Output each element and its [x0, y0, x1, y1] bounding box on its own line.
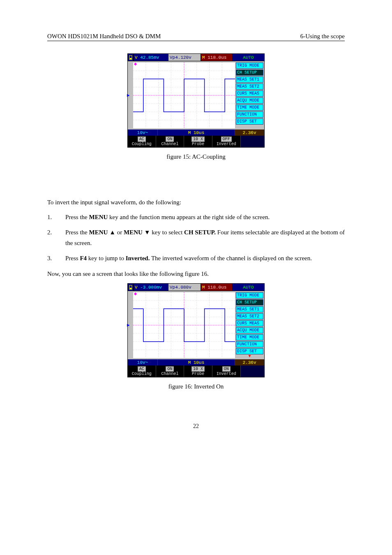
softkey-bar: AC Coupling ON Channel 10 X Probe ON Inv…: [128, 365, 264, 377]
softkey-probe[interactable]: 10 X Probe: [184, 365, 212, 377]
svg-rect-17: [130, 288, 131, 289]
softkey-inverted[interactable]: ON Inverted: [212, 365, 241, 377]
menu-acqu-mode[interactable]: ACQU MODE: [236, 327, 263, 333]
menu-time-mode[interactable]: TIME MODE: [236, 104, 263, 111]
menu-function[interactable]: FUNCTION: [236, 111, 263, 118]
function-menu: TRIG MODE CH SETUP MEAS SET1 MEAS SET2 C…: [235, 61, 264, 130]
menu-meas-set2[interactable]: MEAS SET2: [236, 313, 263, 319]
menu-acqu-mode[interactable]: ACQU MODE: [236, 97, 263, 104]
trigger-marker-icon: ◆: [134, 292, 137, 296]
waveform-display: ◆: [133, 292, 235, 358]
softkey-probe[interactable]: 10 X Probe: [184, 136, 212, 147]
softkey-empty: [241, 136, 264, 147]
menu-curs-meas[interactable]: CURS MEAS: [236, 320, 263, 326]
trig-level-readout: 2.36v: [235, 130, 264, 136]
menu-curs-meas[interactable]: CURS MEAS: [236, 90, 263, 97]
menu-trig-mode[interactable]: TRIG MODE: [236, 292, 263, 298]
menu-meas-set2[interactable]: MEAS SET2: [236, 83, 263, 90]
svg-rect-1: [130, 58, 131, 59]
menu-time-mode[interactable]: TIME MODE: [236, 334, 263, 340]
timebase-readout: M 10us: [158, 130, 235, 136]
softkey-channel[interactable]: ON Channel: [156, 136, 184, 147]
scope-screenshot-fig16: V -3.080mv Vp4.080v M 118.0us AUTO ▶ ◆: [127, 283, 265, 377]
channel-arrow-icon: ▶: [127, 323, 130, 328]
menu-disp-set[interactable]: DISP SET: [236, 118, 263, 125]
header-left: OWON HDS1021M Handheld DSO & DMM: [47, 33, 161, 40]
battery-icon: [128, 54, 134, 61]
timebase-readout: M 10us: [158, 359, 235, 365]
menu-trig-mode[interactable]: TRIG MODE: [236, 62, 263, 69]
battery-icon: [128, 284, 134, 291]
function-menu: TRIG MODE CH SETUP MEAS SET1 MEAS SET2 C…: [235, 291, 264, 359]
m-readout: M 118.0us: [201, 54, 233, 61]
softkey-channel[interactable]: ON Channel: [156, 365, 184, 377]
menu-disp-set[interactable]: DISP SET: [236, 348, 263, 354]
fig15-caption: figure 15: AC-Coupling: [47, 153, 345, 160]
outro-paragraph: Now, you can see a screen that looks lik…: [47, 269, 345, 280]
menu-meas-set1[interactable]: MEAS SET1: [236, 76, 263, 83]
fig16-caption: figure 16: Inverted On: [47, 383, 345, 390]
softkey-empty: [241, 365, 264, 377]
v-readout: V -3.080mv: [134, 284, 168, 291]
trig-level-readout: 2.36v: [235, 359, 264, 365]
vdiv-readout: 10v~: [128, 130, 158, 136]
menu-function[interactable]: FUNCTION: [236, 341, 263, 347]
auto-mode-label: AUTO: [233, 284, 264, 291]
softkey-coupling[interactable]: AC Coupling: [128, 136, 156, 147]
channel-arrow-icon: ▶: [127, 93, 130, 98]
page-header: OWON HDS1021M Handheld DSO & DMM 6-Using…: [47, 33, 345, 41]
step-1: 1. Press the MENU key and the function m…: [47, 212, 345, 223]
step-3: 3. Press F4 key to jump to Inverted. The…: [47, 253, 345, 264]
intro-paragraph: To invert the input signal waveform, do …: [47, 197, 345, 208]
vp-readout: Vp4.120v: [168, 54, 201, 61]
header-right: 6-Using the scope: [300, 33, 345, 40]
softkey-inverted[interactable]: OFF Inverted: [212, 136, 241, 147]
trigger-marker-icon: ◆: [134, 62, 137, 67]
vp-readout: Vp4.080v: [168, 284, 201, 291]
menu-scroll-down-icon[interactable]: ▼: [236, 355, 263, 358]
waveform-display: ◆: [133, 62, 235, 128]
menu-meas-set1[interactable]: MEAS SET1: [236, 306, 263, 312]
v-readout: V 42.85mv: [134, 54, 168, 61]
step-2: 2. Press the MENU ▲ or MENU ▼ key to sel…: [47, 227, 345, 248]
m-readout: M 118.0us: [201, 284, 233, 291]
vdiv-readout: 10v~: [128, 359, 158, 365]
softkey-coupling[interactable]: AC Coupling: [128, 365, 156, 377]
page-number: 22: [47, 423, 345, 430]
menu-ch-setup[interactable]: CH SETUP: [236, 299, 263, 305]
softkey-bar: AC Coupling ON Channel 10 X Probe OFF In…: [128, 136, 264, 147]
auto-mode-label: AUTO: [233, 54, 264, 61]
scope-screenshot-fig15: V 42.85mv Vp4.120v M 118.0us AUTO ▶ ◆: [127, 53, 265, 148]
menu-ch-setup[interactable]: CH SETUP: [236, 69, 263, 76]
